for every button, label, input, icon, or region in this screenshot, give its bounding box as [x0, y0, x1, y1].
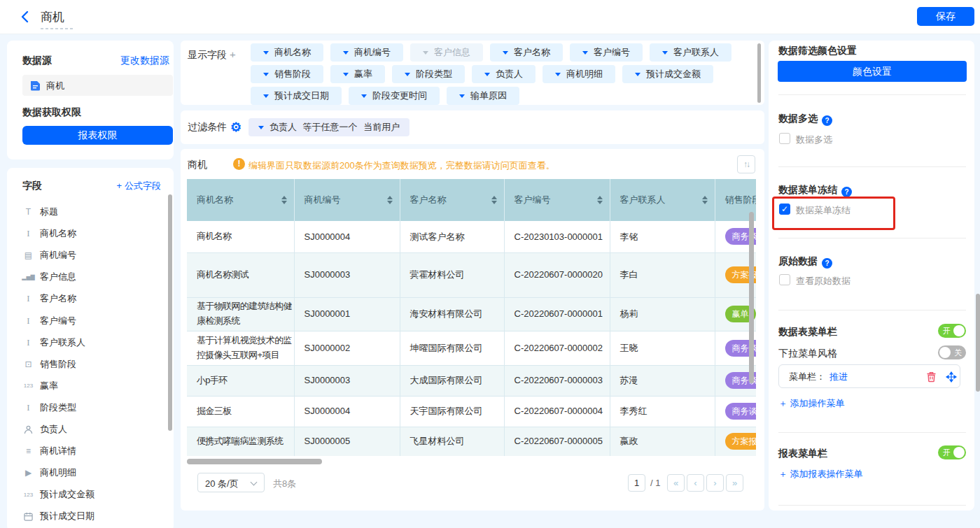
delete-icon[interactable]: [926, 371, 937, 383]
table-h-scrollbar[interactable]: [187, 459, 322, 464]
table-row[interactable]: 基于物联网的建筑结构健康检测系统SJ0000001海安材料有限公司C-20220…: [187, 297, 756, 331]
help-icon[interactable]: ?: [841, 187, 852, 197]
table-cell: 基于物联网的建筑结构健康检测系统: [187, 297, 294, 331]
table-cell: SJ0000004: [294, 396, 400, 427]
table-row[interactable]: 基于计算机视觉技术的监控摄像头互联网+项目SJ0000002坤曜国际有限公司C-…: [187, 331, 756, 365]
change-datasource-link[interactable]: 更改数据源: [120, 55, 169, 67]
menu-freeze-checkbox-label: 数据菜单冻结: [796, 204, 850, 217]
display-fields-scrollbar[interactable]: [757, 43, 761, 103]
display-field-chip-商机编号[interactable]: 商机编号: [330, 43, 403, 62]
table-row[interactable]: 掘金三板SJ0000004天宇国际有限公司C-20220607-0000004李…: [187, 396, 756, 427]
field-item-商机明细[interactable]: ▶商机明细: [22, 466, 76, 480]
column-header-商机名称[interactable]: 商机名称: [187, 179, 294, 221]
filter-condition-chip[interactable]: 负责人 等于任意一个 当前用户: [248, 118, 410, 136]
add-report-menu-link[interactable]: ＋ 添加报表操作菜单: [778, 468, 863, 480]
display-field-chip-销售阶段[interactable]: 销售阶段: [251, 65, 323, 83]
move-icon[interactable]: [946, 371, 957, 383]
table-v-scrollbar[interactable]: [749, 212, 754, 383]
display-field-chip-客户编号[interactable]: 客户编号: [570, 43, 643, 62]
back-icon[interactable]: [18, 10, 32, 24]
add-field-icon[interactable]: +: [230, 48, 236, 60]
field-item-标题[interactable]: T标题: [22, 205, 58, 219]
sort-icon[interactable]: [702, 196, 708, 204]
display-field-chip-客户名称[interactable]: 客户名称: [490, 43, 563, 62]
field-item-客户联系人[interactable]: I客户联系人: [22, 336, 85, 350]
datasource-card: 数据源 更改数据源 商机 数据获取权限 报表权限: [7, 41, 174, 159]
table-row[interactable]: 商机名称测试SJ0000003蓂霍材料公司C-20220607-0000020李…: [187, 252, 756, 297]
table-cell: 嬴政: [610, 427, 715, 456]
current-page[interactable]: 1: [628, 474, 645, 492]
multi-select-checkbox[interactable]: [779, 133, 790, 144]
field-item-客户信息[interactable]: ▂▅▇客户信息: [22, 270, 76, 284]
display-field-chip-客户信息[interactable]: 客户信息: [410, 43, 483, 62]
display-field-chip-商机明细[interactable]: 商机明细: [542, 65, 615, 83]
column-header-客户名称[interactable]: 客户名称: [400, 179, 504, 221]
display-field-chip-预计成交金额[interactable]: 预计成交金额: [622, 65, 713, 83]
field-item-商机编号[interactable]: ▤商机编号: [22, 248, 76, 262]
sort-icon[interactable]: [597, 196, 603, 204]
display-field-chip-商机名称[interactable]: 商机名称: [251, 43, 323, 62]
display-field-chip-输单原因[interactable]: 输单原因: [447, 87, 519, 105]
sort-icon[interactable]: [491, 196, 497, 204]
prev-page-button[interactable]: ‹: [687, 474, 704, 492]
first-page-button[interactable]: «: [667, 474, 685, 492]
display-field-chip-预计成交日期[interactable]: 预计成交日期: [251, 87, 342, 105]
column-header-商机编号[interactable]: 商机编号: [294, 179, 400, 221]
field-item-商机名称[interactable]: I商机名称: [22, 227, 76, 241]
raw-data-checkbox[interactable]: [779, 274, 790, 285]
save-button[interactable]: 保存: [917, 7, 974, 26]
filter-gear-icon[interactable]: ⚙: [230, 120, 241, 135]
field-item-预计成交日期[interactable]: 预计成交日期: [22, 509, 94, 523]
table-row[interactable]: 商机名称SJ0000004测试客户名称C-20230103-0000001李铭商…: [187, 221, 756, 252]
chevron-down-icon: [484, 73, 490, 76]
table-row[interactable]: 小p手环SJ0000003大成国际有限公司C-20220607-0000003苏…: [187, 365, 756, 396]
help-icon[interactable]: ?: [822, 115, 832, 126]
chevron-down-icon: [662, 51, 668, 55]
last-page-button[interactable]: »: [726, 474, 743, 492]
dropdown-style-toggle[interactable]: 关: [938, 345, 966, 359]
help-icon[interactable]: ?: [822, 258, 832, 269]
field-item-负责人[interactable]: 负责人: [22, 422, 67, 436]
table-cell: C-20220607-0000020: [504, 252, 610, 297]
field-item-预计成交金额[interactable]: 123预计成交金额: [22, 487, 94, 501]
chart-icon: ▂▅▇: [22, 274, 34, 280]
column-header-客户编号[interactable]: 客户编号: [504, 179, 610, 221]
display-field-chip-客户联系人[interactable]: 客户联系人: [650, 43, 732, 62]
table-menubar-toggle[interactable]: 开: [938, 324, 966, 338]
next-page-button[interactable]: ›: [706, 474, 724, 492]
field-item-商机详情[interactable]: ≡商机详情: [22, 444, 76, 458]
datasource-item[interactable]: 商机: [22, 75, 173, 96]
sort-icon[interactable]: [387, 196, 393, 204]
page-size-select[interactable]: 20 条/页: [197, 473, 265, 492]
detail-icon: ≡: [22, 446, 34, 456]
field-item-客户编号[interactable]: I客户编号: [22, 314, 76, 328]
chevron-down-icon: [343, 51, 349, 55]
formula-field-link[interactable]: +公式字段: [116, 180, 161, 192]
field-item-阶段类型[interactable]: I阶段类型: [22, 401, 76, 415]
text-icon: I: [22, 228, 34, 239]
sort-icon[interactable]: [281, 196, 287, 204]
report-permission-button[interactable]: 报表权限: [22, 126, 173, 145]
table-row[interactable]: 便携式哮喘病监测系统SJ0000005飞星材料公司C-20220607-0000…: [187, 427, 756, 456]
page-scrollbar[interactable]: [976, 294, 980, 392]
report-menubar-toggle[interactable]: 开: [938, 445, 966, 459]
table-cell-stage: 商务谈判: [715, 396, 756, 427]
menu-item-row[interactable]: 菜单栏： 推进: [778, 364, 960, 388]
display-field-chip-赢率[interactable]: 赢率: [330, 65, 385, 83]
raw-data-checkbox-label: 查看原始数据: [796, 275, 850, 287]
field-item-客户名称[interactable]: I客户名称: [22, 292, 76, 306]
display-field-chip-阶段类型[interactable]: 阶段类型: [392, 65, 465, 83]
add-menu-link[interactable]: ＋ 添加操作菜单: [778, 397, 845, 410]
field-item-赢率[interactable]: 123赢率: [22, 379, 58, 393]
display-field-chip-阶段变更时间[interactable]: 阶段变更时间: [349, 87, 440, 105]
color-settings-button[interactable]: 颜色设置: [778, 61, 967, 82]
field-item-销售阶段[interactable]: ⊡销售阶段: [22, 357, 76, 371]
display-field-chip-负责人[interactable]: 负责人: [472, 65, 536, 83]
title-dashed-underline: [41, 28, 73, 29]
menu-freeze-checkbox[interactable]: ✓: [779, 204, 790, 215]
fields-scrollbar[interactable]: [168, 194, 172, 431]
sort-order-button[interactable]: ↑↓: [737, 155, 755, 173]
color-settings-title: 数据筛选颜色设置: [778, 45, 857, 57]
column-header-客户联系人[interactable]: 客户联系人: [610, 179, 715, 221]
display-fields-card: 显示字段 + 商机名称商机编号客户信息客户名称客户编号客户联系人销售阶段赢率阶段…: [181, 41, 764, 105]
